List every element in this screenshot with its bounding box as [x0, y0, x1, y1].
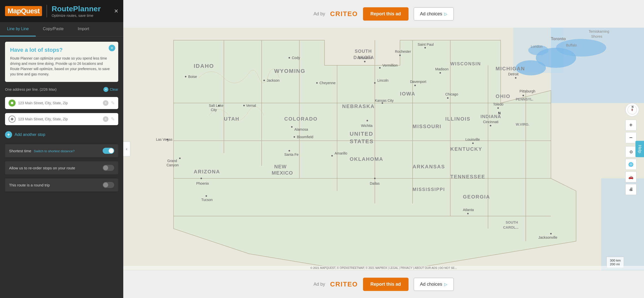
svg-point-114: [522, 95, 524, 96]
promo-box: ✕ Have a lot of stops? Route Planner can…: [5, 42, 118, 82]
svg-text:Pittsburgh: Pittsburgh: [519, 89, 535, 93]
svg-text:IDAHO: IDAHO: [194, 63, 214, 69]
compass-control[interactable]: N: [625, 103, 639, 117]
route-planner-text: RoutePlanner: [52, 5, 101, 13]
ad-top-brand: CRITEO: [330, 10, 358, 18]
close-sidebar-button[interactable]: ×: [114, 7, 118, 15]
help-button[interactable]: Help: [635, 141, 644, 157]
clear-icon: ✕: [103, 87, 108, 92]
end-address-input[interactable]: [18, 117, 100, 121]
start-edit-button[interactable]: ✎: [111, 100, 115, 106]
tab-line-by-line[interactable]: Line by Line: [0, 22, 36, 36]
clear-label: Clear: [110, 87, 118, 91]
print-button[interactable]: 🖨: [625, 184, 636, 195]
svg-point-50: [185, 76, 186, 77]
svg-text:Las Vegas: Las Vegas: [156, 137, 172, 141]
svg-point-86: [374, 82, 376, 84]
add-stop-label: Add another stop: [15, 132, 45, 137]
zoom-out-button[interactable]: −: [625, 132, 636, 143]
car-button[interactable]: 🚗: [625, 171, 636, 182]
svg-text:Lincoln: Lincoln: [377, 78, 388, 82]
reorder-toggle[interactable]: [103, 165, 114, 171]
map-area[interactable]: Ad by CRITEO Report this ad Ad choices ▷: [123, 0, 644, 298]
promo-close-button[interactable]: ✕: [109, 45, 115, 51]
round-trip-label: This route is a round trip: [9, 183, 50, 187]
svg-point-72: [206, 195, 207, 197]
ad-choices-top-label: Ad choices: [420, 11, 442, 17]
svg-text:ARIZONA: ARIZONA: [194, 169, 220, 174]
ad-top-by-text: Ad by: [313, 11, 325, 17]
shortest-time-toggle[interactable]: [103, 148, 114, 154]
end-icon: [9, 116, 16, 123]
svg-text:MICHIGAN: MICHIGAN: [496, 66, 525, 71]
report-ad-bottom-button[interactable]: Report this ad: [363, 278, 409, 291]
zoom-in-button[interactable]: +: [625, 120, 636, 131]
add-stop-button[interactable]: + Add another stop: [5, 129, 118, 140]
address-count-label: One address per line. (2/26 Max): [5, 87, 57, 91]
svg-text:Amarillo: Amarillo: [335, 151, 347, 155]
planner-word: Planner: [73, 5, 101, 13]
svg-text:Canyon: Canyon: [167, 163, 179, 167]
ad-bottom-brand: CRITEO: [330, 280, 358, 288]
svg-text:COLORADO: COLORADO: [284, 116, 318, 122]
clear-button[interactable]: ✕ Clear: [103, 87, 118, 92]
location-button[interactable]: ⊙: [625, 146, 636, 157]
svg-point-108: [550, 233, 552, 234]
round-trip-toggle[interactable]: [103, 182, 114, 188]
svg-point-52: [263, 80, 265, 81]
svg-text:MISSISSIPPI: MISSISSIPPI: [413, 187, 445, 192]
svg-text:Brandon: Brandon: [358, 56, 372, 60]
svg-text:Vermillion: Vermillion: [382, 63, 398, 67]
svg-text:Alamosa: Alamosa: [294, 127, 308, 131]
svg-point-88: [379, 67, 381, 69]
map-svg: IDAHO WYOMING SOUTH DAKOTA NEBRASKA IOWA…: [123, 28, 644, 270]
ad-choices-bottom-icon: ▷: [444, 282, 447, 287]
svg-text:Louisville: Louisville: [465, 137, 480, 141]
end-dot: [11, 118, 13, 120]
switch-distance-text[interactable]: Switch to shortest distance?: [34, 149, 75, 153]
toggle-knob: [109, 148, 114, 153]
end-edit-button[interactable]: ✎: [111, 116, 115, 122]
ad-choices-bottom-button[interactable]: Ad choices ▷: [414, 278, 454, 291]
svg-point-54: [289, 57, 290, 59]
svg-text:ILLINOIS: ILLINOIS: [445, 116, 470, 122]
svg-text:Chicago: Chicago: [445, 92, 458, 96]
svg-text:Santa Fe: Santa Fe: [284, 153, 299, 157]
start-icon: [9, 100, 16, 107]
shortest-time-text: Shortest time: [9, 149, 31, 153]
sidebar-content: ✕ Have a lot of stops? Route Planner can…: [0, 37, 123, 298]
logo-area: MapQuest RoutePlanner Optimize routes, s…: [5, 5, 101, 18]
report-ad-top-button[interactable]: Report this ad: [363, 7, 409, 21]
header-divider: [47, 5, 47, 17]
ad-choices-top-button[interactable]: Ad choices ▷: [414, 7, 454, 21]
globe-button[interactable]: 🌐: [625, 159, 636, 170]
svg-text:Buffalo: Buffalo: [566, 43, 577, 47]
start-address-input[interactable]: [18, 101, 100, 105]
svg-text:Cheyenne: Cheyenne: [319, 81, 336, 85]
reorder-toggle-knob: [103, 165, 108, 170]
address-count: (2/26 Max): [40, 87, 57, 91]
address-label: One address per line.: [5, 87, 39, 91]
end-clear-button[interactable]: ✕: [103, 116, 108, 122]
collapse-panel-button[interactable]: ‹: [123, 141, 130, 157]
svg-point-63: [179, 158, 181, 159]
svg-text:Grand: Grand: [167, 159, 177, 163]
app-header: MapQuest RoutePlanner Optimize routes, s…: [0, 0, 123, 22]
svg-text:KENTUCKY: KENTUCKY: [450, 146, 482, 152]
svg-text:OHIO: OHIO: [496, 93, 510, 99]
svg-text:Toronto: Toronto: [551, 37, 566, 41]
round-trip-option: This route is a round trip: [5, 178, 118, 191]
svg-text:W.VIRG.: W.VIRG.: [516, 122, 529, 126]
svg-text:WYOMING: WYOMING: [274, 68, 305, 74]
round-trip-toggle-knob: [103, 182, 108, 187]
map-content[interactable]: IDAHO WYOMING SOUTH DAKOTA NEBRASKA IOWA…: [123, 28, 644, 270]
tab-copy-paste[interactable]: Copy/Paste: [36, 22, 71, 36]
tab-import[interactable]: Import: [71, 22, 96, 36]
route-planner-title: RoutePlanner Optimize routes, save time: [52, 5, 101, 18]
start-clear-button[interactable]: ✕: [103, 100, 108, 106]
scale-km: 300 km: [610, 259, 621, 262]
svg-point-104: [472, 142, 474, 144]
ad-bottom-by-text: Ad by: [313, 282, 325, 287]
optimize-subtitle: Optimize routes, save time: [52, 14, 101, 18]
ad-choices-bottom-label: Ad choices: [420, 282, 442, 287]
